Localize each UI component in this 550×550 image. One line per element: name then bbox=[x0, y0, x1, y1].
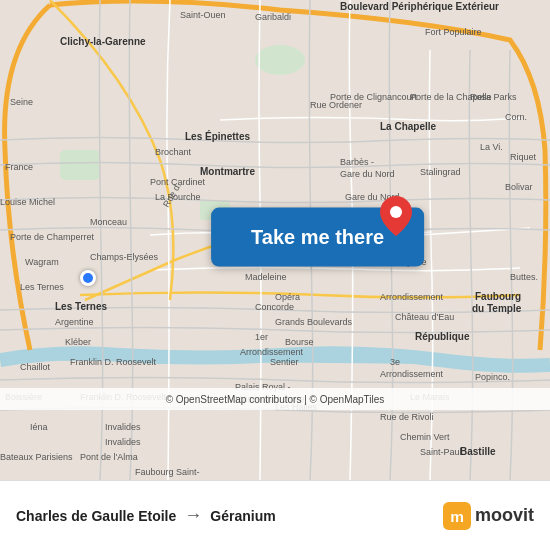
svg-text:Grands Boulevards: Grands Boulevards bbox=[275, 317, 353, 327]
svg-text:Bolivar: Bolivar bbox=[505, 182, 533, 192]
svg-text:m: m bbox=[450, 507, 464, 524]
svg-point-78 bbox=[390, 206, 402, 218]
svg-text:Champs-Elysées: Champs-Elysées bbox=[90, 252, 159, 262]
svg-text:Bateaux Parisiens: Bateaux Parisiens bbox=[0, 452, 73, 462]
svg-text:Arrondissement: Arrondissement bbox=[240, 347, 304, 357]
svg-text:Invalides: Invalides bbox=[105, 422, 141, 432]
svg-text:République: République bbox=[415, 331, 470, 342]
svg-text:Bourse: Bourse bbox=[285, 337, 314, 347]
origin-label: Charles de Gaulle Etoile bbox=[16, 508, 176, 524]
svg-text:Bastille: Bastille bbox=[460, 446, 496, 457]
svg-text:Fort Populaire: Fort Populaire bbox=[425, 27, 482, 37]
svg-text:Faubourg: Faubourg bbox=[475, 291, 521, 302]
svg-text:Riquet: Riquet bbox=[510, 152, 537, 162]
svg-text:Boulevard Périphérique Extérie: Boulevard Périphérique Extérieur bbox=[340, 1, 499, 12]
svg-text:Porte de Champerret: Porte de Champerret bbox=[10, 232, 95, 242]
svg-text:Saint-Ouen: Saint-Ouen bbox=[180, 10, 226, 20]
svg-text:La Vi.: La Vi. bbox=[480, 142, 503, 152]
svg-text:Chaillot: Chaillot bbox=[20, 362, 51, 372]
svg-text:Arrondissement: Arrondissement bbox=[380, 369, 444, 379]
svg-text:Argentine: Argentine bbox=[55, 317, 94, 327]
moovit-logo: m moovit bbox=[443, 502, 534, 530]
moovit-icon: m bbox=[443, 502, 471, 530]
svg-text:Clichy-la-Garenne: Clichy-la-Garenne bbox=[60, 36, 146, 47]
svg-text:Buttes.: Buttes. bbox=[510, 272, 538, 282]
svg-text:du Temple: du Temple bbox=[472, 303, 522, 314]
right-arrow-icon: → bbox=[184, 505, 202, 526]
bottom-bar: Charles de Gaulle Etoile → Géranium m mo… bbox=[0, 480, 550, 550]
origin-dot bbox=[80, 270, 96, 286]
svg-text:Garibaldi: Garibaldi bbox=[255, 12, 291, 22]
destination-label: Géranium bbox=[210, 508, 275, 524]
svg-text:Pont de l'Alma: Pont de l'Alma bbox=[80, 452, 138, 462]
svg-text:Brochant: Brochant bbox=[155, 147, 192, 157]
svg-text:Rue de Rivoli: Rue de Rivoli bbox=[380, 412, 434, 422]
svg-text:Gare du Nord: Gare du Nord bbox=[340, 169, 395, 179]
svg-text:Wagram: Wagram bbox=[25, 257, 59, 267]
svg-text:Corn.: Corn. bbox=[505, 112, 527, 122]
route-info: Charles de Gaulle Etoile → Géranium bbox=[16, 505, 443, 526]
svg-text:Barbès -: Barbès - bbox=[340, 157, 374, 167]
svg-text:Invalides: Invalides bbox=[105, 437, 141, 447]
svg-point-1 bbox=[255, 45, 305, 75]
svg-text:Rue Ordener: Rue Ordener bbox=[310, 100, 362, 110]
map-container: Clichy-la-Garenne Saint-Ouen Garibaldi B… bbox=[0, 0, 550, 480]
svg-text:Iéna: Iéna bbox=[30, 422, 48, 432]
svg-text:Les Ternes: Les Ternes bbox=[20, 282, 64, 292]
svg-text:Montmartre: Montmartre bbox=[200, 166, 255, 177]
svg-text:Rosa Parks: Rosa Parks bbox=[470, 92, 517, 102]
svg-text:Faubourg Saint-: Faubourg Saint- bbox=[135, 467, 200, 477]
svg-text:Louise Michel: Louise Michel bbox=[0, 197, 55, 207]
svg-text:Sentier: Sentier bbox=[270, 357, 299, 367]
svg-text:La Chapelle: La Chapelle bbox=[380, 121, 437, 132]
svg-text:Opéra: Opéra bbox=[275, 292, 300, 302]
svg-text:Les Épinettes: Les Épinettes bbox=[185, 130, 250, 142]
svg-text:Franklin D. Roosevelt: Franklin D. Roosevelt bbox=[70, 357, 157, 367]
svg-text:France: France bbox=[5, 162, 33, 172]
moovit-text: moovit bbox=[475, 505, 534, 526]
svg-text:Stalingrad: Stalingrad bbox=[420, 167, 461, 177]
map-attribution: © OpenStreetMap contributors | © OpenMap… bbox=[0, 388, 550, 410]
svg-text:Kléber: Kléber bbox=[65, 337, 91, 347]
svg-text:Arrondissement: Arrondissement bbox=[380, 292, 444, 302]
svg-text:Concorde: Concorde bbox=[255, 302, 294, 312]
destination-pin bbox=[380, 196, 412, 240]
svg-text:1er: 1er bbox=[255, 332, 268, 342]
svg-text:3e: 3e bbox=[390, 357, 400, 367]
svg-text:Chemin Vert: Chemin Vert bbox=[400, 432, 450, 442]
svg-text:Madeleine: Madeleine bbox=[245, 272, 287, 282]
svg-text:Saint-Paul: Saint-Paul bbox=[420, 447, 462, 457]
svg-text:Popinco.: Popinco. bbox=[475, 372, 510, 382]
svg-text:Château d'Eau: Château d'Eau bbox=[395, 312, 454, 322]
svg-text:Monceau: Monceau bbox=[90, 217, 127, 227]
svg-rect-2 bbox=[60, 150, 100, 180]
svg-text:Seine: Seine bbox=[10, 97, 33, 107]
svg-text:Les Ternes: Les Ternes bbox=[55, 301, 107, 312]
